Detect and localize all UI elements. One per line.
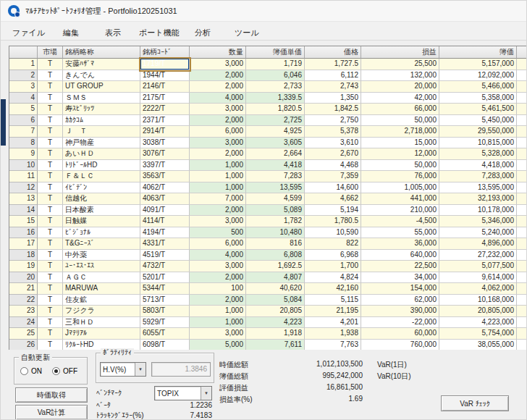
header-unit-cost[interactable]: 簿価単価 [246,46,305,59]
cell-market[interactable]: T [38,238,63,250]
cell-pl[interactable]: 441,000 [361,193,439,205]
cell-book[interactable]: 10,178,000 [439,205,517,217]
cell-quantity[interactable]: 3,000 [190,328,246,340]
cell-code[interactable]: 1719/T [140,59,190,70]
cell-market[interactable]: T [38,104,63,115]
cell-quantity[interactable]: 100 [190,283,246,295]
cell-pl[interactable]: 20,000 [361,81,439,93]
cell-code[interactable]: 2175/T [140,93,190,104]
cell-unit-cost[interactable]: 7,611 [246,340,305,351]
cell-book[interactable]: 5,358,000 [439,93,517,104]
cell-unit-cost[interactable]: 20,805 [246,306,305,317]
cell-price[interactable]: 3,610 [305,138,361,149]
cell-pl[interactable]: 154,000 [361,283,439,295]
cell-price[interactable]: 1,842.5 [305,104,361,115]
cell-book[interactable]: 7,283,000 [439,171,517,182]
cell-price[interactable]: 7,359 [305,171,361,182]
cell-code[interactable]: 3397/T [140,160,190,172]
cell-pl[interactable]: 36,000 [361,238,439,250]
cell-price[interactable]: 10,590 [305,227,361,239]
cell-quantity[interactable]: 7,000 [190,193,246,205]
cell-price[interactable]: 6,968 [305,250,361,261]
cell-price[interactable]: 822 [305,238,361,250]
cell-book[interactable]: 5,466,000 [439,81,517,93]
cell-code[interactable]: 4114/T [140,216,190,227]
cell-market[interactable]: T [38,81,63,93]
cell-name[interactable]: 信越化 [63,193,140,205]
cell-code[interactable]: 4062/T [140,182,190,194]
cell-name[interactable]: 中外薬 [63,250,140,261]
cell-name[interactable]: 日触媒 [63,216,140,227]
cell-unit-cost[interactable]: 1,339.5 [246,93,305,104]
cell-book[interactable]: 29,550,000 [439,126,517,138]
cell-code[interactable]: 2914/T [140,126,190,138]
cell-price[interactable]: 1,350 [305,93,361,104]
cell-price[interactable]: 6,112 [305,70,361,82]
cell-code[interactable]: 6055/T [140,328,190,340]
cell-unit-cost[interactable]: 5,089 [246,205,305,217]
header-code[interactable]: 銘柄ｺｰﾄﾞ [140,46,190,59]
cell-book[interactable]: 38,055,000 [439,340,517,351]
cell-code[interactable]: 2146/T [140,81,190,93]
chevron-down-icon[interactable]: ▼ [201,387,211,400]
cell-market[interactable]: T [38,261,63,272]
cell-price[interactable]: 4,201 [305,317,361,329]
cell-pl[interactable]: 42,000 [361,93,439,104]
cell-market[interactable]: T [38,216,63,227]
cell-unit-cost[interactable]: 4,925 [246,126,305,138]
cell-name[interactable]: ｲﾋﾞﾃﾞﾝ [63,182,140,194]
cell-unit-cost[interactable]: 5,084 [246,295,305,306]
cell-unit-cost[interactable]: 4,418 [246,160,305,172]
cell-quantity[interactable]: 1,000 [190,306,246,317]
header-name[interactable]: 銘柄略称 [63,46,140,59]
cell-code[interactable]: 4194/T [140,227,190,239]
cell-unit-cost[interactable]: 4,599 [246,193,305,205]
cell-market[interactable]: T [38,70,63,82]
header-price[interactable]: 価格 [305,46,361,59]
cell-pl[interactable]: -4,500 [361,216,439,227]
header-quantity[interactable]: 数量 [190,46,246,59]
cell-pl[interactable]: 2,718,000 [361,126,439,138]
cell-unit-cost[interactable]: 2,725 [246,115,305,127]
cell-quantity[interactable]: 1,000 [190,182,246,194]
cell-price[interactable]: 4,662 [305,193,361,205]
cell-price[interactable]: 14,600 [305,182,361,194]
cell-code[interactable]: 3076/T [140,148,190,160]
cell-book[interactable]: 10,168,000 [439,295,517,306]
cell-pl[interactable]: 66,000 [361,104,439,115]
cell-market[interactable]: T [38,59,63,70]
cell-code[interactable]: 5201/T [140,272,190,284]
cell-book[interactable]: 5,754,000 [439,328,517,340]
cell-book[interactable]: 5,346,000 [439,216,517,227]
cell-market[interactable]: T [38,328,63,340]
cell-name[interactable]: ﾋﾞｼﾞｮﾅﾙ [63,227,140,239]
cell-quantity[interactable]: 1,000 [190,160,246,172]
cell-code[interactable]: 2222/T [140,104,190,115]
cell-market[interactable]: T [38,160,63,172]
cell-pl[interactable]: 760,000 [361,340,439,351]
cell-name[interactable]: ｶｶｸｺﾑ [63,115,140,127]
cell-pl[interactable]: 76,000 [361,171,439,182]
cell-name[interactable]: 安藤ﾊｻﾞﾏ [63,59,140,70]
cell-market[interactable]: T [38,93,63,104]
cell-unit-cost[interactable]: 1,782 [246,216,305,227]
cell-pl[interactable]: 62,000 [361,295,439,306]
cell-pl[interactable]: 34,000 [361,272,439,284]
cell-book[interactable]: 12,092,000 [439,70,517,82]
cell-quantity[interactable]: 2,000 [190,295,246,306]
menu-port-function[interactable]: ポート機能 [136,26,182,40]
cell-quantity[interactable]: 500 [190,227,246,239]
cell-unit-cost[interactable]: 6,046 [246,70,305,82]
cell-book[interactable]: 20,805,000 [439,306,517,317]
cell-quantity[interactable]: 2,000 [190,70,246,82]
cell-market[interactable]: T [38,317,63,329]
cell-pl[interactable]: 12,000 [361,148,439,160]
cell-book[interactable]: 5,461,500 [439,104,517,115]
cell-market[interactable]: T [38,171,63,182]
cell-name[interactable]: きんでん [63,70,140,82]
cell-quantity[interactable]: 1,000 [190,317,246,329]
cell-price[interactable]: 5,115 [305,295,361,306]
cell-name[interactable]: あいＨＤ [63,148,140,160]
cell-name[interactable]: ＡＧＣ [63,272,140,284]
radio-on-circle-icon[interactable] [20,367,28,375]
